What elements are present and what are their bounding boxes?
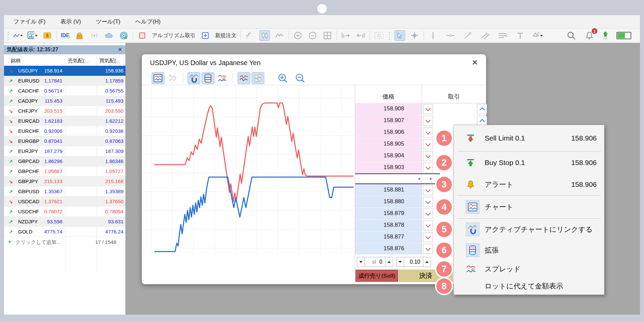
buy-dropdown-button[interactable] <box>477 116 487 126</box>
spread-icon[interactable] <box>216 72 228 84</box>
broadcast-icon[interactable] <box>89 31 99 41</box>
market-watch-row-eurusd[interactable]: ↗EURUSD1.178411.17859 <box>4 76 125 86</box>
sell-dropdown-button[interactable] <box>423 104 433 114</box>
close-icon[interactable]: ✕ <box>472 58 478 67</box>
dom-price-cell[interactable]: 158.878 <box>355 219 422 231</box>
sl-field[interactable]: sl 0 <box>365 257 385 267</box>
zoom-in-icon[interactable] <box>277 72 289 84</box>
sell-dropdown-button[interactable] <box>423 151 433 161</box>
trendline-icon[interactable] <box>463 31 473 41</box>
step-chart-icon[interactable] <box>245 31 255 41</box>
market-watch-row-eurgbp[interactable]: ↘EURGBP0.870410.87063 <box>4 136 125 146</box>
market-watch-header[interactable]: 気配値表示: 12:35:27 ✕ <box>4 45 125 54</box>
dom-price-cell[interactable]: 158.903 <box>355 162 422 173</box>
column-bid[interactable]: 売気配(... <box>68 58 89 64</box>
sell-dropdown-button[interactable] <box>423 116 433 126</box>
market-watch-row-gbpcad[interactable]: ↗GBPCAD1.862961.86346 <box>4 156 125 166</box>
channel-icon[interactable] <box>480 31 490 41</box>
zoom-in-icon[interactable] <box>293 31 303 41</box>
shapes-icon[interactable] <box>533 31 543 41</box>
circles-mode-icon[interactable] <box>252 72 264 84</box>
context-menu-item-5[interactable]: アクティブチャートにリンクする5 <box>454 219 604 240</box>
volume-decrease-button[interactable] <box>396 257 404 267</box>
context-menu-item-8[interactable]: ロットに代えて金額表示8 <box>454 278 604 294</box>
dom-price-cell[interactable]: 158.876 <box>355 243 422 254</box>
vertical-line-icon[interactable] <box>428 31 438 41</box>
tick-chart[interactable] <box>143 86 355 255</box>
search-icon[interactable] <box>566 31 576 41</box>
market-watch-row-gold[interactable]: ↗GOLD4775.744776.24 <box>4 227 125 237</box>
volume-field[interactable]: 0.10 <box>404 257 423 267</box>
market-watch-row-cadchf[interactable]: ↗CADCHF0.567140.56755 <box>4 86 125 96</box>
algo-trading-icon[interactable] <box>137 31 147 41</box>
shift-right-icon[interactable] <box>341 31 351 41</box>
horizontal-line-icon[interactable] <box>445 31 455 41</box>
market-watch-row-usdcad[interactable]: ↘USDCAD1.376211.37650 <box>4 197 125 207</box>
market-watch-row-eurchf[interactable]: ↘EURCHF0.920060.92036 <box>4 126 125 136</box>
market-bag-icon[interactable] <box>74 31 85 41</box>
community-icon[interactable] <box>119 31 129 41</box>
market-watch-row-usdchf[interactable]: ↗USDCHF0.780720.78094 <box>4 207 125 217</box>
market-watch-row-gbpchf[interactable]: ↗GBPCHF1.056871.05727 <box>4 166 125 176</box>
new-order-icon[interactable] <box>200 31 210 41</box>
line-mode-icon[interactable] <box>274 31 284 41</box>
sell-dropdown-button[interactable] <box>423 220 433 230</box>
menu-help[interactable]: ヘルプ(H) <box>135 18 161 25</box>
shift-left-icon[interactable] <box>356 31 366 41</box>
market-watch-row-eurcad[interactable]: ↘EURCAD1.621831.62212 <box>4 116 125 126</box>
tick-chart-icon[interactable] <box>238 72 250 84</box>
dom-price-cell[interactable]: 158.904 <box>355 150 422 161</box>
text-icon[interactable] <box>515 31 525 41</box>
ide-button[interactable]: IDE <box>61 33 70 39</box>
chart-icon[interactable] <box>152 72 164 84</box>
market-watch-row-gbpjpy[interactable]: ↘GBPJPY215.133215.168 <box>4 176 125 186</box>
new-order-label[interactable]: 新規注文 <box>215 32 236 39</box>
sell-dropdown-button[interactable] <box>423 185 433 195</box>
column-ask[interactable]: 買気配(... <box>99 58 120 64</box>
camera-icon[interactable] <box>374 31 384 41</box>
close-icon[interactable]: ✕ <box>118 47 122 53</box>
sell-dropdown-button[interactable] <box>423 232 433 242</box>
market-sell-button[interactable]: 成行売り(Sell) <box>356 270 398 282</box>
add-symbol-button[interactable]: クリックして追加... <box>15 239 61 246</box>
algo-trading-label[interactable]: アルゴリズム取引 <box>152 32 196 39</box>
context-menu-item-2[interactable]: Buy Stop 0.1158.9062 <box>454 152 604 174</box>
context-menu-item-3[interactable]: アラート158.9063 <box>454 174 604 195</box>
sell-dropdown-button[interactable] <box>423 244 433 254</box>
extended-depth-icon[interactable] <box>202 72 214 84</box>
lvl-indicator[interactable]: LVL <box>602 31 608 40</box>
market-watch-row-eurjpy[interactable]: ↗EURJPY187.279187.309 <box>4 146 125 156</box>
dom-price-cell[interactable]: 158.879 <box>355 208 422 219</box>
link-active-chart-icon[interactable] <box>188 72 200 84</box>
notifications-bell-icon[interactable]: 1 <box>584 31 594 41</box>
dom-price-cell[interactable]: 158.907 <box>355 115 422 126</box>
dom-price-cell[interactable]: 158.908 <box>355 103 422 114</box>
buy-dropdown-button[interactable] <box>477 104 487 114</box>
dom-price-cell[interactable]: 158.877 <box>355 231 422 243</box>
line-chart-icon[interactable] <box>13 31 23 41</box>
context-menu-item-7[interactable]: スプレッド7 <box>454 260 604 278</box>
context-menu-item-6[interactable]: 拡張6 <box>454 240 604 260</box>
cloud-icon[interactable] <box>104 31 114 41</box>
sell-dropdown-button[interactable] <box>423 163 433 173</box>
market-watch-row-chfjpy[interactable]: ↘CHFJPY203.515203.550 <box>4 106 125 116</box>
sl-increase-button[interactable] <box>385 257 393 267</box>
menu-tools[interactable]: ツール(T) <box>96 18 120 25</box>
sl-decrease-button[interactable] <box>357 257 365 267</box>
dom-price-cell[interactable]: 158.881 <box>355 184 422 196</box>
market-watch-row-gbpusd[interactable]: ↗GBPUSD1.353671.35389 <box>4 186 125 197</box>
zoom-out-icon[interactable] <box>294 72 306 84</box>
column-symbol[interactable]: 銘柄 <box>11 58 21 64</box>
new-chart-icon[interactable] <box>28 31 38 41</box>
menu-file[interactable]: ファイル (F) <box>13 18 46 25</box>
one-click-icon[interactable] <box>166 72 178 84</box>
dom-price-cell[interactable]: 158.905 <box>355 138 422 150</box>
market-watch-row-nzdjpy[interactable]: ↗NZDJPY93.59893.631 <box>4 217 125 227</box>
market-watch-row-cadjpy[interactable]: ↗CADJPY115.453115.493 <box>4 96 125 106</box>
dollar-icon[interactable]: $ <box>42 31 52 41</box>
tile-windows-icon[interactable] <box>322 31 332 41</box>
context-menu-item-1[interactable]: Sell Limit 0.1158.9061 <box>454 125 604 151</box>
fibo-icon[interactable] <box>498 31 508 41</box>
market-watch-row-usdjpy[interactable]: ↘USDJPY158.914158.936 <box>4 66 125 76</box>
context-menu-item-4[interactable]: チャート4 <box>454 196 604 218</box>
